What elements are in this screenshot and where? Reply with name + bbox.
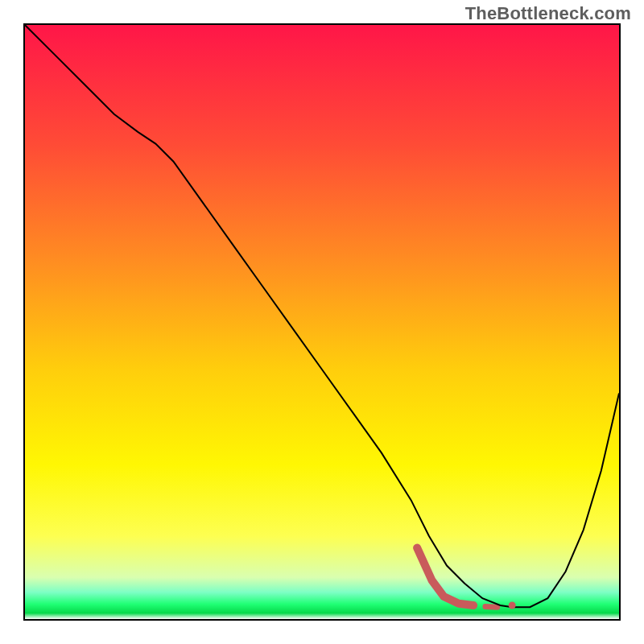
chart-container: TheBottleneck.com bbox=[0, 0, 644, 644]
curve-layer bbox=[25, 25, 619, 619]
highlight-segment bbox=[485, 607, 497, 608]
highlight-dot bbox=[509, 602, 516, 609]
main-curve bbox=[25, 25, 619, 607]
highlight-segment bbox=[417, 547, 473, 605]
watermark-text: TheBottleneck.com bbox=[465, 3, 631, 24]
plot-area bbox=[23, 23, 621, 621]
